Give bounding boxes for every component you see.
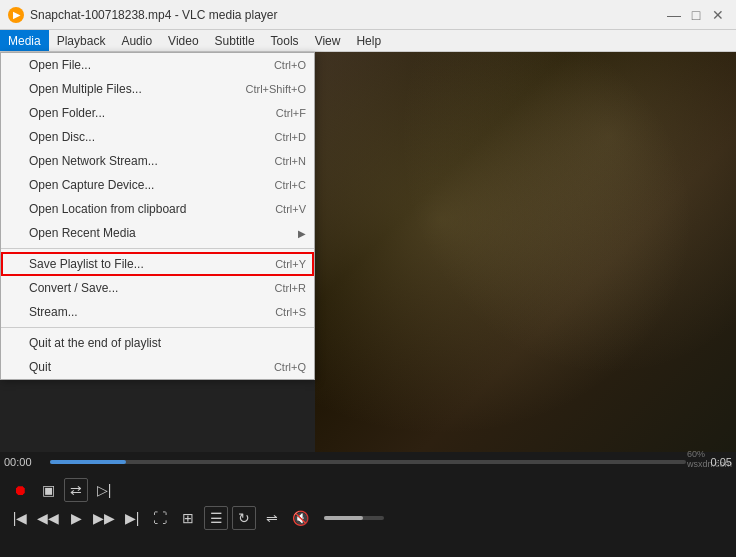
dropdown-item-open-capture[interactable]: Open Capture Device...Ctrl+C bbox=[1, 173, 314, 197]
watermark-percent: 60% bbox=[687, 449, 732, 459]
dropdown-item-open-disc[interactable]: Open Disc...Ctrl+D bbox=[1, 125, 314, 149]
watermark-site: wsxdn.com bbox=[687, 459, 732, 469]
menu-item-audio[interactable]: Audio bbox=[113, 30, 160, 51]
mute-button[interactable]: 🔇 bbox=[288, 506, 312, 530]
fullscreen-button[interactable]: ⛶ bbox=[148, 506, 172, 530]
seek-fill bbox=[50, 460, 126, 464]
dropdown-label-open-capture: Open Capture Device... bbox=[29, 178, 255, 192]
dropdown-shortcut-stream: Ctrl+S bbox=[275, 306, 306, 318]
fast-forward-button[interactable]: ▶▶ bbox=[92, 506, 116, 530]
next-button[interactable]: ▶| bbox=[120, 506, 144, 530]
dropdown-label-convert-save: Convert / Save... bbox=[29, 281, 255, 295]
dropdown-shortcut-open-network: Ctrl+N bbox=[275, 155, 306, 167]
divider-divider1 bbox=[1, 248, 314, 249]
menu-bar: MediaPlaybackAudioVideoSubtitleToolsView… bbox=[0, 30, 736, 52]
menu-item-tools[interactable]: Tools bbox=[263, 30, 307, 51]
extended-settings-button[interactable]: ⊞ bbox=[176, 506, 200, 530]
controls-area: ⏺ ▣ ⇄ ▷| |◀ ◀◀ ▶ ▶▶ ▶| ⛶ ⊞ ☰ ↻ ⇌ 🔇 bbox=[0, 472, 736, 557]
dropdown-item-quit[interactable]: QuitCtrl+Q bbox=[1, 355, 314, 379]
watermark: 60% wsxdn.com bbox=[687, 449, 732, 469]
title-bar: ▶ Snapchat-100718238.mp4 - VLC media pla… bbox=[0, 0, 736, 30]
media-dropdown: Open File...Ctrl+OOpen Multiple Files...… bbox=[0, 52, 315, 380]
menu-item-media[interactable]: Media bbox=[0, 30, 49, 51]
dropdown-shortcut-open-multiple: Ctrl+Shift+O bbox=[245, 83, 306, 95]
menu-item-video[interactable]: Video bbox=[160, 30, 206, 51]
loop-button[interactable]: ↻ bbox=[232, 506, 256, 530]
dropdown-item-open-network[interactable]: Open Network Stream...Ctrl+N bbox=[1, 149, 314, 173]
record-button[interactable]: ⏺ bbox=[8, 478, 32, 502]
vlc-icon: ▶ bbox=[8, 7, 24, 23]
title-bar-left: ▶ Snapchat-100718238.mp4 - VLC media pla… bbox=[8, 7, 278, 23]
controls-row1: ⏺ ▣ ⇄ ▷| bbox=[0, 472, 736, 506]
menu-item-playback[interactable]: Playback bbox=[49, 30, 114, 51]
playlist-button[interactable]: ☰ bbox=[204, 506, 228, 530]
dropdown-shortcut-open-folder: Ctrl+F bbox=[276, 107, 306, 119]
dropdown-label-open-clipboard: Open Location from clipboard bbox=[29, 202, 255, 216]
dropdown-label-open-disc: Open Disc... bbox=[29, 130, 255, 144]
dropdown-label-stream: Stream... bbox=[29, 305, 255, 319]
video-area bbox=[315, 52, 736, 472]
dropdown-item-stream[interactable]: Stream...Ctrl+S bbox=[1, 300, 314, 324]
dropdown-item-save-playlist[interactable]: Save Playlist to File...Ctrl+Y bbox=[1, 252, 314, 276]
play-button[interactable]: ▶ bbox=[64, 506, 88, 530]
time-elapsed: 00:00 bbox=[4, 456, 32, 468]
dropdown-shortcut-quit: Ctrl+Q bbox=[274, 361, 306, 373]
close-button[interactable]: ✕ bbox=[708, 5, 728, 25]
seekbar-area: 00:00 0:05 bbox=[0, 452, 736, 472]
dropdown-arrow-open-recent: ▶ bbox=[298, 228, 306, 239]
volume-fill bbox=[324, 516, 363, 520]
vlc-logo-text: ▶ bbox=[13, 10, 20, 20]
dropdown-label-open-recent: Open Recent Media bbox=[29, 226, 298, 240]
dropdown-label-open-file: Open File... bbox=[29, 58, 254, 72]
volume-slider[interactable] bbox=[324, 516, 384, 520]
previous-button[interactable]: |◀ bbox=[8, 506, 32, 530]
dropdown-shortcut-save-playlist: Ctrl+Y bbox=[275, 258, 306, 270]
dropdown-item-quit-end[interactable]: Quit at the end of playlist bbox=[1, 331, 314, 355]
dropdown-item-open-recent[interactable]: Open Recent Media▶ bbox=[1, 221, 314, 245]
maximize-button[interactable]: □ bbox=[686, 5, 706, 25]
window-title: Snapchat-100718238.mp4 - VLC media playe… bbox=[30, 8, 278, 22]
dropdown-item-open-clipboard[interactable]: Open Location from clipboardCtrl+V bbox=[1, 197, 314, 221]
dropdown-item-open-multiple[interactable]: Open Multiple Files...Ctrl+Shift+O bbox=[1, 77, 314, 101]
rewind-button[interactable]: ◀◀ bbox=[36, 506, 60, 530]
divider-divider2 bbox=[1, 327, 314, 328]
dropdown-label-quit-end: Quit at the end of playlist bbox=[29, 336, 306, 350]
dropdown-shortcut-open-disc: Ctrl+D bbox=[275, 131, 306, 143]
dropdown-label-open-multiple: Open Multiple Files... bbox=[29, 82, 225, 96]
menu-item-subtitle[interactable]: Subtitle bbox=[207, 30, 263, 51]
dropdown-shortcut-open-clipboard: Ctrl+V bbox=[275, 203, 306, 215]
dropdown-item-open-folder[interactable]: Open Folder...Ctrl+F bbox=[1, 101, 314, 125]
next-frame-button[interactable]: ▷| bbox=[92, 478, 116, 502]
dropdown-shortcut-open-capture: Ctrl+C bbox=[275, 179, 306, 191]
menu-item-help[interactable]: Help bbox=[348, 30, 389, 51]
dropdown-label-open-folder: Open Folder... bbox=[29, 106, 256, 120]
dropdown-label-open-network: Open Network Stream... bbox=[29, 154, 255, 168]
controls-row2: |◀ ◀◀ ▶ ▶▶ ▶| ⛶ ⊞ ☰ ↻ ⇌ 🔇 bbox=[0, 506, 736, 536]
dropdown-shortcut-convert-save: Ctrl+R bbox=[275, 282, 306, 294]
video-background bbox=[315, 52, 736, 472]
dropdown-label-save-playlist: Save Playlist to File... bbox=[29, 257, 255, 271]
seek-track[interactable] bbox=[50, 460, 686, 464]
random-button[interactable]: ⇌ bbox=[260, 506, 284, 530]
dropdown-label-quit: Quit bbox=[29, 360, 254, 374]
video-overlay bbox=[315, 52, 736, 472]
title-bar-controls: — □ ✕ bbox=[664, 5, 728, 25]
loop-ab-button[interactable]: ⇄ bbox=[64, 478, 88, 502]
snapshot-button[interactable]: ▣ bbox=[36, 478, 60, 502]
dropdown-item-open-file[interactable]: Open File...Ctrl+O bbox=[1, 53, 314, 77]
dropdown-shortcut-open-file: Ctrl+O bbox=[274, 59, 306, 71]
minimize-button[interactable]: — bbox=[664, 5, 684, 25]
menu-item-view[interactable]: View bbox=[307, 30, 349, 51]
dropdown-item-convert-save[interactable]: Convert / Save...Ctrl+R bbox=[1, 276, 314, 300]
